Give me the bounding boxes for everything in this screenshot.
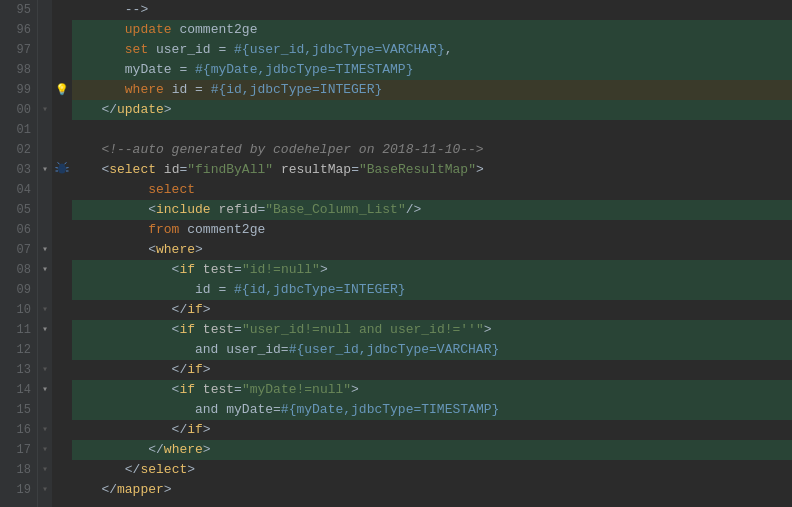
line-number: 99 (0, 80, 31, 100)
code-line: <if test="myDate!=null"> (72, 380, 792, 400)
fold-button[interactable] (38, 280, 52, 300)
token-plain: id = (164, 82, 211, 97)
icon-placeholder (52, 380, 72, 400)
fold-button[interactable]: ▾ (38, 100, 52, 120)
token-plain (156, 162, 164, 177)
svg-line-3 (65, 163, 67, 165)
token-attr: test (203, 322, 234, 337)
fold-button[interactable] (38, 200, 52, 220)
icon-placeholder (52, 320, 72, 340)
code-line: where id = #{id,jdbcType=INTEGER} (72, 80, 792, 100)
fold-button[interactable] (38, 120, 52, 140)
token-plain: , (445, 42, 453, 57)
token-tag: select (109, 162, 156, 177)
fold-button[interactable] (38, 220, 52, 240)
fold-button[interactable]: ▾ (38, 360, 52, 380)
token-attr-val: "BaseResultMap" (359, 162, 476, 177)
code-line: </select> (72, 460, 792, 480)
token-attr: id (164, 162, 180, 177)
token-plain: = (234, 262, 242, 277)
icon-placeholder (52, 300, 72, 320)
icon-placeholder (52, 180, 72, 200)
fold-button[interactable] (38, 0, 52, 20)
fold-button[interactable]: ▾ (38, 260, 52, 280)
token-plain: > (164, 102, 172, 117)
line-number: 14 (0, 380, 31, 400)
token-plain: </ (78, 442, 164, 457)
fold-button[interactable] (38, 40, 52, 60)
token-kw: set (125, 42, 148, 57)
line-number: 18 (0, 460, 31, 480)
token-plain: </ (78, 422, 187, 437)
token-kw: update (125, 22, 172, 37)
code-line: id = #{id,jdbcType=INTEGER} (72, 280, 792, 300)
fold-button[interactable] (38, 400, 52, 420)
fold-gutter: ▾▾▾▾▾▾▾▾▾▾▾▾ (38, 0, 52, 507)
line-number: 11 (0, 320, 31, 340)
fold-button[interactable]: ▾ (38, 440, 52, 460)
icon-placeholder (52, 260, 72, 280)
fold-button[interactable] (38, 180, 52, 200)
fold-button[interactable] (38, 80, 52, 100)
token-tag: if (187, 362, 203, 377)
token-comment: <!--auto generated by codehelper on 2018… (101, 142, 483, 157)
code-content: --> update comment2ge set user_id = #{us… (72, 0, 792, 507)
fold-button[interactable]: ▾ (38, 420, 52, 440)
token-plain: user_id = (148, 42, 234, 57)
code-line: set user_id = #{user_id,jdbcType=VARCHAR… (72, 40, 792, 60)
icon-placeholder (52, 480, 72, 500)
token-attr-val: "findByAll" (187, 162, 273, 177)
line-number: 00 (0, 100, 31, 120)
token-var: #{myDate,jdbcType=TIMESTAMP} (281, 402, 499, 417)
code-line: </if> (72, 420, 792, 440)
fold-button[interactable] (38, 60, 52, 80)
fold-button[interactable] (38, 140, 52, 160)
line-number: 96 (0, 20, 31, 40)
icon-gutter: 💡 (52, 0, 72, 507)
line-number: 08 (0, 260, 31, 280)
token-plain (195, 322, 203, 337)
token-plain: </ (78, 482, 117, 497)
token-plain: </ (78, 302, 187, 317)
line-number-gutter: 9596979899000102030405060708091011121314… (0, 0, 38, 507)
code-line: </mapper> (72, 480, 792, 500)
fold-button[interactable]: ▾ (38, 320, 52, 340)
code-line: <if test="user_id!=null and user_id!=''"… (72, 320, 792, 340)
icon-placeholder (52, 440, 72, 460)
token-tag: where (164, 442, 203, 457)
token-tag: select (140, 462, 187, 477)
code-line: from comment2ge (72, 220, 792, 240)
token-plain: > (351, 382, 359, 397)
token-plain: > (203, 302, 211, 317)
icon-placeholder (52, 240, 72, 260)
token-plain: < (78, 162, 109, 177)
token-attr-val: "user_id!=null and user_id!=''" (242, 322, 484, 337)
token-plain: < (78, 242, 156, 257)
code-line: <!--auto generated by codehelper on 2018… (72, 140, 792, 160)
code-line: </where> (72, 440, 792, 460)
fold-button[interactable]: ▾ (38, 480, 52, 500)
token-plain (78, 42, 125, 57)
svg-line-4 (56, 168, 59, 169)
fold-button[interactable]: ▾ (38, 380, 52, 400)
fold-button[interactable] (38, 340, 52, 360)
token-plain: and myDate= (78, 402, 281, 417)
code-line: </if> (72, 360, 792, 380)
line-number: 97 (0, 40, 31, 60)
fold-button[interactable]: ▾ (38, 160, 52, 180)
code-line: <include refid="Base_Column_List"/> (72, 200, 792, 220)
icon-placeholder (52, 200, 72, 220)
icon-placeholder (52, 140, 72, 160)
token-tag: if (187, 302, 203, 317)
icon-placeholder (52, 100, 72, 120)
fold-button[interactable]: ▾ (38, 460, 52, 480)
code-line: myDate = #{myDate,jdbcType=TIMESTAMP} (72, 60, 792, 80)
fold-button[interactable]: ▾ (38, 300, 52, 320)
token-attr: resultMap (281, 162, 351, 177)
line-number: 13 (0, 360, 31, 380)
line-number: 98 (0, 60, 31, 80)
fold-button[interactable] (38, 20, 52, 40)
fold-button[interactable]: ▾ (38, 240, 52, 260)
line-number: 12 (0, 340, 31, 360)
token-kw: where (125, 82, 164, 97)
